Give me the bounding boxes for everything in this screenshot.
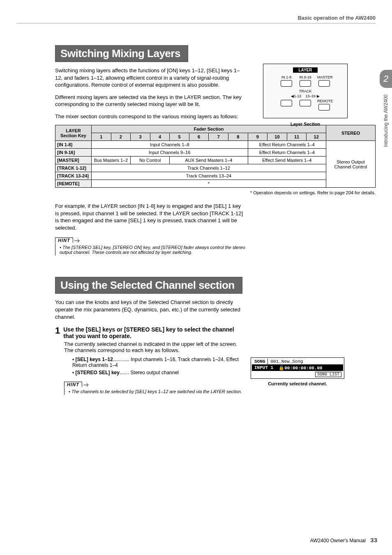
section-title-selected-channel: Using the Selected Channel section <box>55 277 242 294</box>
page-footer: AW2400 Owner's Manual 33 <box>310 537 377 543</box>
lcd-figure: SONG 001_New_Song INPUT 1 🔒00:00:00:00.0… <box>251 357 344 386</box>
footer-manual-name: AW2400 Owner's Manual <box>310 538 366 543</box>
paragraph: You can use the knobs and keys of the Se… <box>55 299 246 320</box>
lcd-songlist-button: SONG LIST <box>315 372 341 377</box>
col-num: 3 <box>131 133 150 141</box>
table-cell: Track Channels 13–24 <box>92 172 326 180</box>
chapter-tab: 2 <box>380 70 392 88</box>
paragraph: For example, if the LAYER section [IN 1-… <box>55 203 246 231</box>
col-num: 1 <box>92 133 111 141</box>
step-body: The currently selected channel is indica… <box>64 341 243 353</box>
breadcrumb: Basic operation of the AW2400 <box>297 15 376 21</box>
col-num: 7 <box>209 133 228 141</box>
bullet-item: • [SEL] keys 1–12............ Input chan… <box>72 357 243 368</box>
hint-arrow-icon <box>83 382 91 387</box>
table-footnote: * Operation depends on settings. Refer t… <box>55 190 376 195</box>
layer-key-in-1-8: IN 1-8 <box>279 75 293 87</box>
col-num: 8 <box>228 133 248 141</box>
paragraph: Switching mixing layers affects the func… <box>55 67 246 89</box>
table-rowhead: [TRACK 1-12] <box>55 164 92 172</box>
col-num: 4 <box>150 133 170 141</box>
layer-key-master: MASTER <box>317 75 331 87</box>
layer-title: LAYER <box>293 67 318 73</box>
table-cell-stereo: Stereo Output Channel Control <box>326 141 376 188</box>
side-chapter-label: Introducing the AW2400 <box>383 94 389 147</box>
table-rowhead: [IN 9-16] <box>55 149 92 157</box>
hint-label: HINT <box>55 237 73 243</box>
col-num: 2 <box>111 133 131 141</box>
header-rule <box>16 23 376 23</box>
lcd-time-value: 🔒00:00:00:00.00 <box>276 365 343 371</box>
table-cell: Input Channels 1–8 <box>92 141 248 149</box>
hint-box: HINT • The [STEREO SEL] key, [STEREO ON]… <box>55 237 353 256</box>
table-header-layer-key: LAYER Section Key <box>55 125 92 141</box>
layer-key-track-13-24 <box>298 99 312 111</box>
lcd-song-label: SONG <box>252 359 268 364</box>
step-heading: Use the [SEL] keys or [STEREO SEL] key t… <box>63 326 240 339</box>
col-num: 6 <box>189 133 209 141</box>
table-rowhead: [TRACK 13-24] <box>55 172 92 180</box>
table-cell: Effect Return Channels 1–4 <box>248 149 326 157</box>
table-cell: * <box>92 180 326 188</box>
table-cell: No Control <box>131 157 170 164</box>
lcd-input-label: INPUT 1 <box>252 365 276 371</box>
layer-key-in-9-16: IN 9-16 <box>298 75 312 87</box>
footer-page-number: 33 <box>370 537 377 543</box>
track-right-label: 13–24 ▶ <box>305 94 320 98</box>
col-num: 5 <box>170 133 189 141</box>
hint-text: • The [STEREO SEL] key, [STEREO ON] key,… <box>55 243 249 256</box>
layer-mapping-table: LAYER Section Key Fader Section STEREO 1… <box>55 125 376 188</box>
col-num: 10 <box>267 133 287 141</box>
track-label: TRACK <box>267 89 344 93</box>
hint-label: HINT <box>64 382 82 387</box>
step-number: 1 <box>55 326 60 339</box>
track-left-label: ◀1-12 <box>291 94 301 98</box>
hint-arrow-icon <box>74 238 82 243</box>
table-cell: Effect Return Channels 1–4 <box>248 141 326 149</box>
table-rowhead: [IN 1-8] <box>55 141 92 149</box>
section-title-switching: Switching Mixing Layers <box>55 45 188 62</box>
lcd-song-value: 001_New_Song <box>268 359 343 364</box>
hint-text: • The channels to be selected by [SEL] k… <box>64 387 258 395</box>
col-num: 12 <box>307 133 326 141</box>
figure-caption: Layer Section <box>263 122 348 127</box>
col-num: 9 <box>248 133 267 141</box>
table-cell: Track Channels 1–12 <box>92 164 326 172</box>
paragraph: Different mixing layers are selected via… <box>55 94 246 108</box>
lcd-caption: Currently selected channel. <box>251 381 344 386</box>
table-rowhead: [MASTER] <box>55 157 92 164</box>
table-cell: AUX Send Masters 1–4 <box>170 157 248 164</box>
layer-section-figure: LAYER IN 1-8 IN 9-16 MASTER TRACK ◀1-12 … <box>263 64 348 127</box>
table-cell: Effect Send Masters 1–4 <box>248 157 326 164</box>
layer-key-track-1-12 <box>279 99 293 111</box>
table-cell: Input Channels 9–16 <box>92 149 248 157</box>
col-num: 11 <box>287 133 307 141</box>
table-cell: Bus Masters 1–2 <box>92 157 131 164</box>
paragraph: The mixer section controls correspond to… <box>55 113 246 120</box>
layer-key-remote: REMOTE <box>317 99 331 111</box>
bullet-item: • [STEREO SEL] key....... Stereo output … <box>72 370 243 375</box>
table-rowhead: [REMOTE] <box>55 180 92 188</box>
table-header-stereo: STEREO <box>326 125 376 141</box>
